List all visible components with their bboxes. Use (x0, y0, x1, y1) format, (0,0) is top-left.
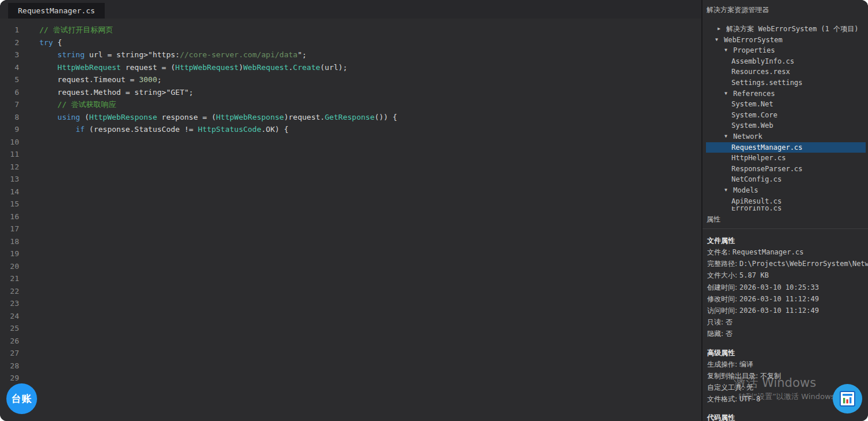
line-number: 23 (0, 297, 19, 310)
chevron-right-icon[interactable]: ▶ (718, 24, 726, 35)
chevron-down-icon[interactable]: ▼ (715, 35, 724, 46)
code-line[interactable]: 30 (0, 385, 701, 397)
code-editor[interactable]: 1// 尝试打开目标网页2try {3 string url = string>… (0, 19, 701, 421)
code-line[interactable]: 9 if (response.StatusCode != HttpStatusC… (0, 123, 701, 136)
code-line[interactable]: 24 (0, 310, 701, 323)
line-number: 14 (0, 186, 19, 198)
tree-item-label: References (733, 88, 775, 99)
tree-item-requestmanager-cs[interactable]: RequestManager.cs (706, 142, 866, 153)
tree-item-apiresult-cs[interactable]: ApiResult.cs (706, 196, 866, 207)
code-line[interactable]: 15 (0, 198, 701, 211)
line-number: 20 (0, 260, 19, 273)
tree-item-label: NetConfig.cs (731, 174, 782, 185)
code-line-text: // 尝试打开目标网页 (39, 25, 113, 34)
code-line[interactable]: 17 (0, 223, 701, 235)
tree-item-network[interactable]: ▼Network (706, 131, 866, 142)
code-line[interactable]: 5 request.Timeout = 3000; (0, 73, 701, 86)
tree-item-system-core[interactable]: System.Core (706, 110, 866, 121)
code-line[interactable]: 22 (0, 285, 701, 298)
tree-item-references[interactable]: ▼References (706, 88, 866, 99)
chart-fab-button[interactable] (833, 384, 862, 413)
tree-item-label: Models (733, 185, 758, 196)
tree-item-assemblyinfo-cs[interactable]: AssemblyInfo.cs (706, 56, 866, 67)
tree-item-httphelper-cs[interactable]: HttpHelper.cs (706, 153, 866, 164)
tree-item-netconfig-cs[interactable]: NetConfig.cs (706, 174, 866, 185)
code-line[interactable]: 4 HttpWebRequest request = (HttpWebReque… (0, 61, 701, 74)
tree-item-settings-settings[interactable]: Settings.settings (706, 77, 866, 88)
line-number: 10 (0, 136, 19, 149)
code-lines: 1// 尝试打开目标网页2try {3 string url = string>… (0, 24, 701, 409)
tree-item-responseparser-cs[interactable]: ResponseParser.cs (706, 164, 866, 175)
property-value: 否 (726, 330, 733, 338)
property-row: 修改时间: 2026-03-10 11:12:49 (707, 293, 867, 305)
code-line-text: HttpWebRequest request = (HttpWebRequest… (39, 63, 347, 72)
chevron-down-icon[interactable]: ▼ (724, 131, 733, 142)
tree-item--weberrorsystem-1-[interactable]: ▶解决方案 WebErrorSystem (1 个项目) (706, 24, 866, 35)
line-number: 1 (0, 24, 19, 36)
code-line[interactable]: 10 (0, 136, 701, 149)
code-line[interactable]: 27 (0, 347, 701, 360)
property-row: 文件名: RequestManager.cs (707, 246, 867, 258)
chevron-down-icon[interactable]: ▼ (724, 185, 733, 196)
code-line[interactable]: 29 (0, 372, 701, 385)
solution-explorer-title: 解决方案资源管理器 (703, 0, 868, 19)
code-line[interactable]: 8 using (HttpWebResponse response = (Htt… (0, 111, 701, 124)
property-row: 生成操作: 编译 (707, 359, 867, 370)
tree-item-weberrorsystem[interactable]: ▼WebErrorSystem (706, 35, 866, 46)
code-line[interactable]: 25 (0, 322, 701, 335)
property-label: 文件大小: (707, 271, 740, 279)
code-line[interactable]: 18 (0, 235, 701, 248)
line-number: 18 (0, 235, 19, 248)
line-number: 15 (0, 198, 19, 211)
code-line[interactable]: 2try { (0, 36, 701, 49)
code-line[interactable]: 1// 尝试打开目标网页 (0, 24, 701, 36)
ledger-fab-button[interactable]: 台账 (6, 383, 37, 414)
code-line[interactable]: 7 // 尝试获取响应 (0, 98, 701, 111)
tree-item-resources-resx[interactable]: Resources.resx (706, 67, 866, 77)
tree-item-label: HttpHelper.cs (731, 153, 786, 164)
tree-item-properties[interactable]: ▼Properties (706, 45, 866, 56)
property-label: 隐藏: (707, 330, 726, 338)
solution-tree: ▶解决方案 WebErrorSystem (1 个项目)▼WebErrorSys… (703, 24, 868, 211)
property-label: 只读: (707, 318, 726, 326)
line-number: 29 (0, 372, 19, 385)
tab-requestmanager-cs[interactable]: RequestManager.cs (8, 3, 105, 19)
code-line[interactable]: 6 request.Method = string>"GET"; (0, 86, 701, 99)
tree-item-errorinfo-cs[interactable]: ErrorInfo.cs (706, 206, 866, 211)
tree-item-label: RequestManager.cs (731, 142, 803, 153)
code-line[interactable]: 28 (0, 360, 701, 372)
code-line[interactable]: 13 (0, 173, 701, 186)
chevron-down-icon[interactable]: ▼ (724, 45, 733, 56)
line-number: 12 (0, 161, 19, 173)
code-line[interactable]: 11 (0, 148, 701, 161)
line-number: 16 (0, 211, 19, 223)
tree-item-system-net[interactable]: System.Net (706, 99, 866, 110)
property-row: 完整路径: D:\Projects\WebErrorSystem\Network… (707, 258, 867, 269)
property-value: D:\Projects\WebErrorSystem\Network\ (740, 260, 868, 268)
property-value: 2026-03-10 10:25:33 (740, 283, 819, 291)
property-section-header: 文件属性 (707, 235, 867, 246)
property-label: 创建时间: (707, 283, 740, 291)
code-line[interactable]: 26 (0, 335, 701, 348)
property-value: 2026-03-10 11:12:49 (740, 306, 819, 315)
code-line[interactable]: 3 string url = string>"https://core-serv… (0, 49, 701, 61)
line-number: 24 (0, 310, 19, 323)
code-line[interactable]: 23 (0, 297, 701, 310)
code-line[interactable]: 14 (0, 186, 701, 198)
line-number: 7 (0, 98, 19, 111)
chevron-down-icon[interactable]: ▼ (724, 88, 733, 99)
tree-item-models[interactable]: ▼Models (706, 185, 866, 196)
code-line-text: // 尝试获取响应 (39, 100, 116, 109)
line-number: 21 (0, 272, 19, 285)
tree-item-label: WebErrorSystem (724, 35, 782, 46)
code-line[interactable]: 16 (0, 211, 701, 223)
code-line[interactable]: 12 (0, 161, 701, 173)
code-line[interactable]: 19 (0, 248, 701, 260)
tree-item-label: ResponseParser.cs (731, 164, 803, 175)
property-value: 5.87 KB (740, 271, 769, 279)
code-line[interactable]: 31 (0, 397, 701, 409)
tree-item-system-web[interactable]: System.Web (706, 120, 866, 131)
code-line[interactable]: 20 (0, 260, 701, 273)
code-line[interactable]: 21 (0, 272, 701, 285)
tree-item-label: System.Web (731, 120, 773, 131)
